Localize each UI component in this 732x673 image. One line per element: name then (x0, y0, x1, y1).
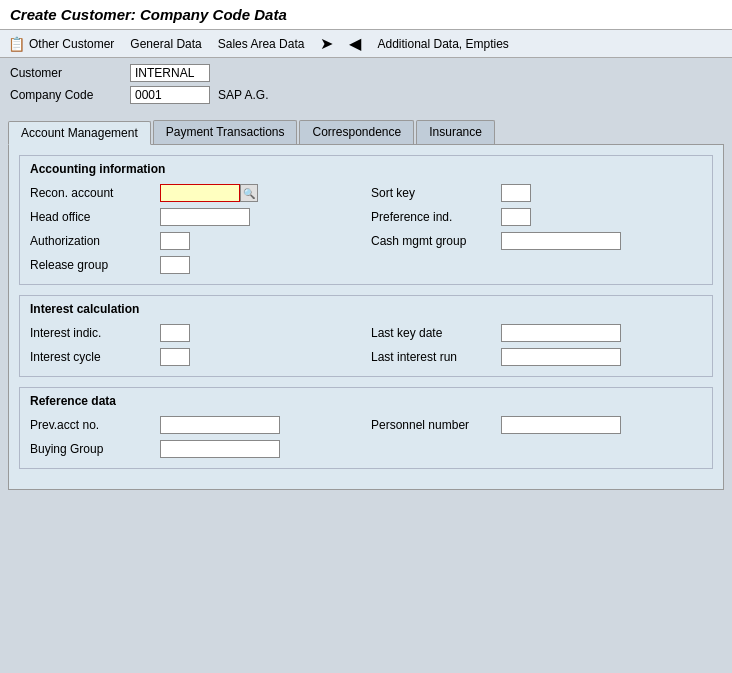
last-key-date-input[interactable] (501, 324, 621, 342)
accounting-title: Accounting information (30, 162, 702, 176)
reference-section: Reference data Prev.acct no. Personnel n… (19, 387, 713, 469)
last-key-date-row: Last key date (371, 324, 702, 342)
company-code-row: Company Code 0001 SAP A.G. (10, 86, 722, 104)
recon-account-search-button[interactable]: 🔍 (240, 184, 258, 202)
company-code-label: Company Code (10, 88, 130, 102)
prev-acct-input[interactable] (160, 416, 280, 434)
authorization-row: Authorization (30, 232, 361, 250)
toolbar: 📋 Other Customer General Data Sales Area… (0, 30, 732, 58)
sales-area-label: Sales Area Data (218, 37, 305, 51)
sort-key-label: Sort key (371, 186, 501, 200)
prev-acct-label: Prev.acct no. (30, 418, 160, 432)
interest-section: Interest calculation Interest indic. Las… (19, 295, 713, 377)
additional-data-label: Additional Data, Empties (377, 37, 508, 51)
reference-placeholder (371, 440, 702, 458)
last-interest-run-label: Last interest run (371, 350, 501, 364)
authorization-input[interactable] (160, 232, 190, 250)
main-content: Accounting information Recon. account 🔍 … (8, 144, 724, 490)
header-section: Customer INTERNAL Company Code 0001 SAP … (0, 58, 732, 114)
last-key-date-label: Last key date (371, 326, 501, 340)
head-office-input[interactable] (160, 208, 250, 226)
cash-mgmt-input[interactable] (501, 232, 621, 250)
recon-account-input[interactable] (160, 184, 240, 202)
interest-cycle-input[interactable] (160, 348, 190, 366)
last-interest-run-row: Last interest run (371, 348, 702, 366)
release-group-input[interactable] (160, 256, 190, 274)
customer-label: Customer (10, 66, 130, 80)
reference-form: Prev.acct no. Personnel number Buying Gr… (30, 416, 702, 458)
nav-back-icon[interactable]: ◀ (349, 34, 361, 53)
tab-account-management[interactable]: Account Management (8, 121, 151, 145)
tab-payment-transactions[interactable]: Payment Transactions (153, 120, 298, 144)
reference-title: Reference data (30, 394, 702, 408)
company-code-value: 0001 (130, 86, 210, 104)
cash-mgmt-label: Cash mgmt group (371, 234, 501, 248)
interest-cycle-label: Interest cycle (30, 350, 160, 364)
interest-form: Interest indic. Last key date Interest c… (30, 324, 702, 366)
interest-indic-row: Interest indic. (30, 324, 361, 342)
sales-area-button[interactable]: Sales Area Data (218, 37, 305, 51)
general-data-button[interactable]: General Data (130, 37, 201, 51)
preference-ind-row: Preference ind. (371, 208, 702, 226)
preference-ind-input[interactable] (501, 208, 531, 226)
release-group-label: Release group (30, 258, 160, 272)
buying-group-label: Buying Group (30, 442, 160, 456)
head-office-row: Head office (30, 208, 361, 226)
customer-row: Customer INTERNAL (10, 64, 722, 82)
authorization-label: Authorization (30, 234, 160, 248)
last-interest-run-input[interactable] (501, 348, 621, 366)
interest-cycle-row: Interest cycle (30, 348, 361, 366)
customer-icon: 📋 (8, 36, 25, 52)
nav-forward-icon[interactable]: ➤ (320, 34, 333, 53)
prev-acct-row: Prev.acct no. (30, 416, 361, 434)
title-bar: Create Customer: Company Code Data (0, 0, 732, 30)
release-group-row: Release group (30, 256, 361, 274)
buying-group-input[interactable] (160, 440, 280, 458)
tab-correspondence[interactable]: Correspondence (299, 120, 414, 144)
cash-mgmt-row: Cash mgmt group (371, 232, 702, 250)
tab-insurance[interactable]: Insurance (416, 120, 495, 144)
preference-ind-label: Preference ind. (371, 210, 501, 224)
recon-account-input-group: 🔍 (160, 184, 258, 202)
buying-group-row: Buying Group (30, 440, 361, 458)
recon-account-row: Recon. account 🔍 (30, 184, 361, 202)
customer-value: INTERNAL (130, 64, 210, 82)
personnel-number-input[interactable] (501, 416, 621, 434)
sort-key-input[interactable] (501, 184, 531, 202)
other-customer-button[interactable]: 📋 Other Customer (8, 36, 114, 52)
page-title: Create Customer: Company Code Data (10, 6, 287, 23)
recon-account-label: Recon. account (30, 186, 160, 200)
interest-indic-label: Interest indic. (30, 326, 160, 340)
head-office-label: Head office (30, 210, 160, 224)
company-code-name: SAP A.G. (218, 88, 268, 102)
tabs-container: Account Management Payment Transactions … (0, 114, 732, 144)
interest-indic-input[interactable] (160, 324, 190, 342)
personnel-number-row: Personnel number (371, 416, 702, 434)
placeholder-row (371, 256, 702, 274)
general-data-label: General Data (130, 37, 201, 51)
additional-data-button[interactable]: Additional Data, Empties (377, 37, 508, 51)
sort-key-row: Sort key (371, 184, 702, 202)
accounting-form: Recon. account 🔍 Sort key Head office Pr… (30, 184, 702, 274)
interest-title: Interest calculation (30, 302, 702, 316)
other-customer-label: Other Customer (29, 37, 114, 51)
personnel-number-label: Personnel number (371, 418, 501, 432)
accounting-section: Accounting information Recon. account 🔍 … (19, 155, 713, 285)
